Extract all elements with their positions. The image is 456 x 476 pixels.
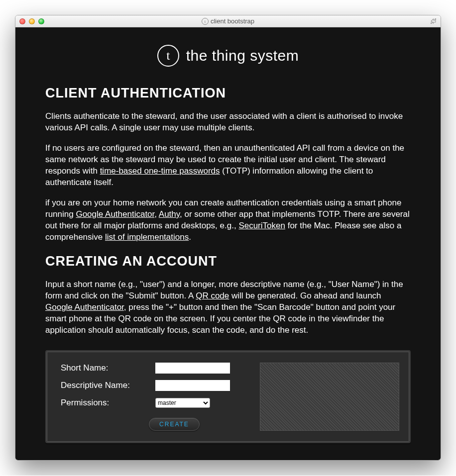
heading-creating-account: CREATING AN ACCOUNT	[45, 252, 411, 270]
permissions-label: Permissions:	[61, 397, 155, 409]
form-row-permissions: Permissions: master	[61, 397, 248, 409]
titlebar[interactable]: t client bootstrap	[15, 15, 441, 27]
link-authy[interactable]: Authy	[159, 209, 180, 219]
zoom-icon[interactable]	[38, 18, 44, 24]
page-content: t the thing system CLIENT AUTHENTICATION…	[15, 27, 441, 460]
short-name-input[interactable]	[155, 363, 230, 374]
window-controls	[19, 18, 44, 24]
window-title-icon: t	[202, 18, 209, 25]
form-fields: Short Name: Descriptive Name: Permission…	[61, 363, 248, 431]
paragraph: if you are on your home network you can …	[45, 197, 411, 243]
logo: t the thing system	[45, 45, 411, 67]
descriptive-name-input[interactable]	[155, 380, 230, 391]
paragraph: Input a short name (e.g., "user") and a …	[45, 279, 411, 336]
close-icon[interactable]	[19, 18, 25, 24]
link-google-authenticator-2[interactable]: Google Authenticator	[45, 302, 124, 312]
permissions-select[interactable]: master	[155, 398, 210, 408]
link-qr-code[interactable]: QR code	[196, 291, 229, 300]
logo-text: the thing system	[186, 46, 299, 66]
fullscreen-icon[interactable]	[430, 18, 437, 25]
window-title-text: client bootstrap	[211, 17, 254, 25]
window-title: t client bootstrap	[15, 17, 441, 25]
heading-client-auth: CLIENT AUTHENTICATION	[45, 84, 411, 102]
descriptive-name-label: Descriptive Name:	[61, 380, 155, 391]
create-row: CREATE	[61, 418, 248, 431]
paragraph: Clients authenticate to the steward, and…	[45, 111, 411, 134]
link-totp[interactable]: time-based one-time passwords	[100, 166, 220, 176]
short-name-label: Short Name:	[61, 363, 155, 374]
minimize-icon[interactable]	[29, 18, 35, 24]
qr-code-placeholder	[260, 363, 399, 431]
link-implementations[interactable]: list of implementations	[105, 232, 189, 242]
paragraph: If no users are configured on the stewar…	[45, 143, 411, 189]
form-row-descriptive-name: Descriptive Name:	[61, 380, 248, 391]
form-row-short-name: Short Name:	[61, 363, 248, 374]
create-account-form: Short Name: Descriptive Name: Permission…	[45, 350, 411, 443]
link-securitoken[interactable]: SecuriToken	[238, 221, 285, 230]
create-button[interactable]: CREATE	[149, 418, 200, 431]
logo-icon: t	[157, 45, 179, 67]
app-window: t client bootstrap t the thing system CL…	[15, 15, 441, 461]
link-google-authenticator[interactable]: Google Authenticator	[76, 209, 154, 219]
